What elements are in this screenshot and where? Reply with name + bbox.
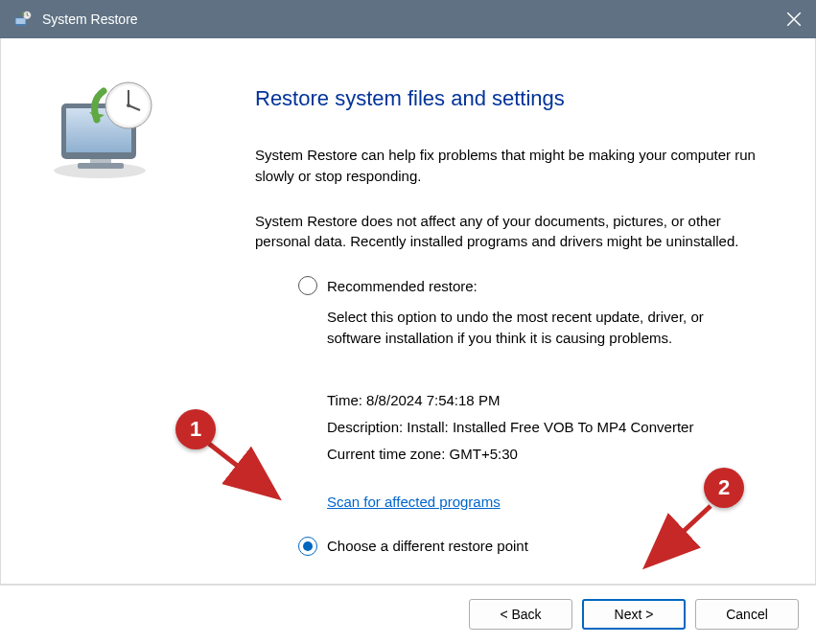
restore-app-icon xyxy=(13,10,33,29)
annotation-arrow-1 xyxy=(201,436,288,508)
sidebar xyxy=(1,38,202,584)
radio-unchecked-icon xyxy=(298,276,317,295)
back-button[interactable]: < Back xyxy=(469,599,572,630)
annotation-arrow-2 xyxy=(636,498,722,575)
titlebar: System Restore xyxy=(0,0,816,38)
svg-point-14 xyxy=(127,104,130,107)
window-title: System Restore xyxy=(42,12,138,27)
disclaimer-text: System Restore does not affect any of yo… xyxy=(255,211,758,253)
button-bar: < Back Next > Cancel xyxy=(0,585,816,643)
svg-line-17 xyxy=(209,444,270,492)
svg-rect-1 xyxy=(16,18,26,24)
choose-different-label: Choose a different restore point xyxy=(327,538,528,554)
next-button[interactable]: Next > xyxy=(582,599,686,630)
detail-time: Time: 8/8/2024 7:54:18 PM xyxy=(327,392,758,408)
svg-rect-6 xyxy=(78,163,124,169)
svg-line-19 xyxy=(653,506,711,560)
recommended-description: Select this option to undo the most rece… xyxy=(327,307,758,349)
intro-text: System Restore can help fix problems tha… xyxy=(255,145,758,187)
scan-affected-link[interactable]: Scan for affected programs xyxy=(327,494,501,510)
restore-wizard-icon xyxy=(44,77,159,182)
recommended-label: Recommended restore: xyxy=(327,278,478,294)
recommended-restore-radio[interactable]: Recommended restore: xyxy=(298,276,758,295)
cancel-button[interactable]: Cancel xyxy=(695,599,799,630)
close-icon[interactable] xyxy=(785,11,803,28)
annotation-badge-1: 1 xyxy=(175,409,216,449)
detail-timezone: Current time zone: GMT+5:30 xyxy=(327,446,758,462)
annotation-badge-2: 2 xyxy=(704,468,744,508)
page-heading: Restore system files and settings xyxy=(255,86,758,111)
radio-checked-icon xyxy=(298,537,317,556)
detail-description: Description: Install: Installed Free VOB… xyxy=(327,419,758,435)
